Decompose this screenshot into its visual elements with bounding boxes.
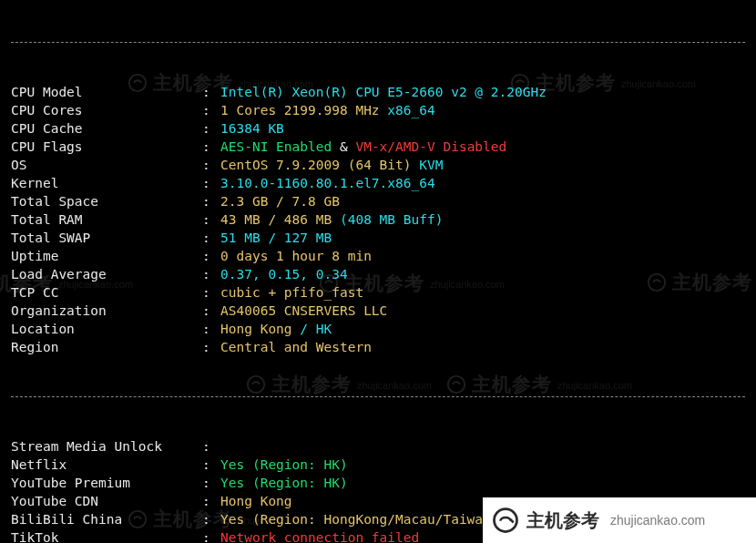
- row-value: cubic + pfifo_fast: [220, 283, 363, 302]
- row-value: 3.10.0-1160.80.1.el7.x86_64: [220, 174, 435, 192]
- row-value: 0.37, 0.15, 0.34: [220, 265, 348, 283]
- row-value-part: VM-x/AMD-V Disabled: [355, 138, 506, 156]
- section2-row: Netflix : Yes (Region: HK): [11, 456, 745, 474]
- divider: [11, 42, 745, 44]
- badge-text: 主机参考: [526, 511, 599, 529]
- row-value-part: AES-NI Enabled: [220, 138, 332, 156]
- section1-row: CPU Cache : 16384 KB: [11, 119, 745, 138]
- row-label: Kernel: [11, 174, 202, 192]
- colon: :: [202, 492, 220, 510]
- row-label: OS: [11, 156, 202, 174]
- colon: :: [202, 101, 220, 119]
- row-value-part: (408 MB Buff): [340, 210, 444, 229]
- terminal-output: CPU Model : Intel(R) Xeon(R) CPU E5-2660…: [0, 0, 756, 543]
- section1-row: Total SWAP : 51 MB / 127 MB: [11, 229, 745, 247]
- colon: :: [202, 229, 220, 247]
- row-value: 51 MB / 127 MB: [220, 229, 332, 247]
- colon: :: [202, 528, 220, 543]
- row-label: CPU Cache: [11, 119, 202, 138]
- row-value: Central and Western: [220, 338, 372, 356]
- row-value-part: &: [332, 138, 355, 156]
- row-label: TCP CC: [11, 283, 202, 302]
- row-value: Hong Kong: [220, 492, 292, 510]
- row-label: YouTube CDN: [11, 492, 202, 510]
- system-info-section: CPU Model : Intel(R) Xeon(R) CPU E5-2660…: [11, 83, 745, 356]
- row-label: CPU Flags: [11, 138, 202, 156]
- row-label: Total SWAP: [11, 229, 202, 247]
- row-label: Stream Media Unlock: [11, 437, 202, 456]
- section1-row: TCP CC : cubic + pfifo_fast: [11, 283, 745, 302]
- row-value: Yes (Region: HK): [220, 456, 348, 474]
- colon: :: [202, 83, 220, 101]
- badge-icon: [492, 507, 519, 534]
- row-value: 0 days 1 hour 8 min: [220, 247, 372, 265]
- colon: :: [202, 320, 220, 338]
- row-label: Region: [11, 338, 202, 356]
- section1-row: Location : Hong Kong / HK: [11, 320, 745, 338]
- row-value-part: Hong Kong: [220, 320, 300, 338]
- colon: :: [202, 210, 220, 229]
- section1-row: CPU Flags : AES-NI Enabled & VM-x/AMD-V …: [11, 138, 745, 156]
- section1-row: Uptime : 0 days 1 hour 8 min: [11, 247, 745, 265]
- row-label: Total Space: [11, 192, 202, 210]
- section1-row: CPU Cores : 1 Cores 2199.998 MHz x86_64: [11, 101, 745, 119]
- section1-row: Organization : AS40065 CNSERVERS LLC: [11, 302, 745, 320]
- row-value-part: KVM: [419, 156, 443, 174]
- row-label: Netflix: [11, 456, 202, 474]
- row-value: Intel(R) Xeon(R) CPU E5-2660 v2 @ 2.20GH…: [220, 83, 547, 101]
- colon: :: [202, 265, 220, 283]
- row-value: 16384 KB: [220, 119, 284, 138]
- row-value: 2.3 GB / 7.8 GB: [220, 192, 340, 210]
- row-label: BiliBili China: [11, 510, 202, 528]
- section1-row: Kernel : 3.10.0-1160.80.1.el7.x86_64: [11, 174, 745, 192]
- row-label: Location: [11, 320, 202, 338]
- row-value-part: / HK: [300, 320, 332, 338]
- section1-row: CPU Model : Intel(R) Xeon(R) CPU E5-2660…: [11, 83, 745, 101]
- row-label: Organization: [11, 302, 202, 320]
- row-value-part: 43 MB / 486 MB: [220, 210, 340, 229]
- colon: :: [202, 437, 220, 456]
- row-value: AS40065 CNSERVERS LLC: [220, 302, 387, 320]
- row-value-part: x86_64: [387, 101, 434, 119]
- colon: :: [202, 156, 220, 174]
- section1-row: OS : CentOS 7.9.2009 (64 Bit) KVM: [11, 156, 745, 174]
- row-label: Uptime: [11, 247, 202, 265]
- colon: :: [202, 192, 220, 210]
- row-label: CPU Cores: [11, 101, 202, 119]
- row-value-part: CentOS 7.9.2009 (64 Bit): [220, 156, 419, 174]
- badge-url: zhujicankao.com: [610, 511, 705, 529]
- colon: :: [202, 338, 220, 356]
- row-label: Total RAM: [11, 210, 202, 229]
- colon: :: [202, 283, 220, 302]
- row-label: YouTube Premium: [11, 474, 202, 492]
- watermark-badge: 主机参考 zhujicankao.com: [483, 497, 756, 543]
- row-value-part: 1 Cores 2199.998 MHz: [220, 101, 387, 119]
- row-label: TikTok: [11, 528, 202, 543]
- row-label: CPU Model: [11, 83, 202, 101]
- divider: [11, 396, 745, 398]
- colon: :: [202, 174, 220, 192]
- section1-row: Total Space : 2.3 GB / 7.8 GB: [11, 192, 745, 210]
- colon: :: [202, 119, 220, 138]
- colon: :: [202, 456, 220, 474]
- section2-row: Stream Media Unlock :: [11, 437, 745, 456]
- colon: :: [202, 247, 220, 265]
- section1-row: Region : Central and Western: [11, 338, 745, 356]
- colon: :: [202, 510, 220, 528]
- section1-row: Load Average : 0.37, 0.15, 0.34: [11, 265, 745, 283]
- row-label: Load Average: [11, 265, 202, 283]
- row-value: Yes (Region: HK): [220, 474, 348, 492]
- svg-point-7: [495, 509, 517, 532]
- colon: :: [202, 138, 220, 156]
- colon: :: [202, 474, 220, 492]
- section1-row: Total RAM : 43 MB / 486 MB (408 MB Buff): [11, 210, 745, 229]
- colon: :: [202, 302, 220, 320]
- row-value: Network connection failed: [220, 528, 419, 543]
- section2-row: YouTube Premium : Yes (Region: HK): [11, 474, 745, 492]
